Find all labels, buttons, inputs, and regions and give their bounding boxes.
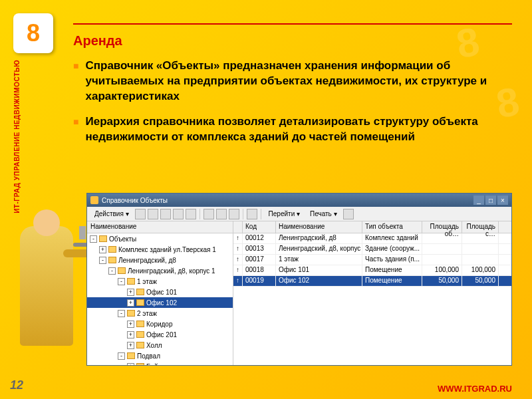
slide-title: Аренда [73, 33, 512, 49]
bullet-text: Справочник «Объекты» предназначен хранен… [85, 59, 512, 104]
grid-row[interactable]: ↑00018Офис 101Помещение100,000100,000 [233, 265, 511, 276]
expander-icon[interactable]: + [127, 289, 134, 296]
tree-item[interactable]: +Холл [87, 340, 233, 350]
menu-actions[interactable]: Действия ▾ [90, 209, 133, 219]
maximize-button[interactable]: □ [485, 196, 496, 205]
grid-row[interactable]: ↑00012Ленинградский, д8Комплекс зданий [233, 233, 511, 244]
grid-cell-area2 [462, 255, 499, 265]
separator [200, 209, 200, 219]
grid-cell-code: 00017 [243, 255, 276, 265]
expander-icon[interactable]: + [99, 246, 106, 253]
toolbar-edit-icon[interactable] [160, 209, 171, 219]
folder-icon [99, 235, 107, 242]
grid-header-area2[interactable]: Площадь с… [462, 221, 499, 233]
grid-cell-code: 00019 [243, 276, 276, 286]
logo-symbol: 8 [27, 19, 40, 47]
tree-item[interactable]: +Комплекс зданий ул.Тверская 1 [87, 244, 233, 255]
grid-cell-area1 [422, 244, 462, 254]
tree-item[interactable]: -1 этаж [87, 276, 233, 287]
menu-print[interactable]: Печать ▾ [306, 209, 341, 219]
grid-cell-area1 [422, 255, 462, 265]
grid-cell-mark: ↑ [233, 276, 243, 286]
tree-label: 1 этаж [137, 278, 157, 285]
grid-cell-code: 00013 [243, 244, 276, 254]
tree-item[interactable]: -2 этаж [87, 308, 233, 319]
folder-icon [136, 289, 144, 295]
tree-item[interactable]: +Коридор [87, 319, 233, 329]
close-button[interactable]: × [497, 196, 508, 205]
grid-header-mark[interactable] [233, 221, 243, 233]
expander-icon[interactable]: + [127, 331, 134, 338]
slide-sidebar: 8 ИТ-ГРАД УПРАВЛЕНИЕ НЕДВИЖИМОСТЬЮ [13, 13, 57, 180]
expander-icon[interactable]: - [118, 278, 125, 285]
bullet-text: Иерархия справочника позволяет детализир… [85, 114, 512, 145]
grid-cell-area1 [422, 233, 462, 243]
bullet-item: Иерархия справочника позволяет детализир… [73, 114, 512, 145]
grid-header-type[interactable]: Тип объекта [362, 221, 422, 233]
separator [243, 209, 243, 219]
expander-icon[interactable]: - [118, 352, 125, 360]
folder-icon [108, 257, 116, 263]
toolbar-hierarchy-icon[interactable] [203, 209, 214, 219]
grid-cell-name: Офис 102 [276, 276, 362, 286]
titlebar[interactable]: Справочник Объекты _ □ × [87, 194, 511, 207]
expander-icon[interactable]: - [99, 257, 106, 264]
grid-pane[interactable]: Код Наименование Тип объекта Площадь об…… [233, 221, 511, 365]
folder-icon [136, 342, 144, 348]
expander-icon[interactable]: + [127, 363, 134, 366]
folder-icon [108, 246, 116, 253]
grid-header-code[interactable]: Код [243, 221, 276, 233]
separator [261, 209, 261, 219]
grid-row[interactable]: ↑00013Ленинградский, д8, корпус 1Здание … [233, 244, 511, 255]
minimize-button[interactable]: _ [473, 196, 484, 205]
tree-item[interactable]: -Подвал [87, 350, 233, 361]
tree-item[interactable]: -Ленинградский, д8 [87, 255, 233, 265]
tree-item[interactable]: +Офис 102 [87, 297, 233, 308]
grid-cell-name: 1 этаж [276, 255, 362, 265]
grid-row[interactable]: ↑000171 этажЧасть здания (п... [233, 255, 511, 265]
grid-cell-area1: 100,000 [422, 265, 462, 275]
grid-cell-type: Помещение [362, 276, 422, 286]
folder-icon [127, 278, 135, 285]
logo-icon: 8 [13, 13, 53, 53]
grid-header-name[interactable]: Наименование [276, 221, 362, 233]
expander-icon[interactable]: + [127, 321, 134, 328]
toolbar-add-icon[interactable] [135, 209, 146, 219]
tree-item[interactable]: +Бойлерная [87, 361, 233, 365]
grid-cell-area2: 100,000 [462, 265, 499, 275]
folder-icon [136, 363, 144, 365]
tree-label: 2 этаж [137, 310, 157, 317]
expander-icon[interactable]: + [127, 342, 134, 349]
tree-item[interactable]: +Офис 101 [87, 287, 233, 297]
grid-cell-area2: 50,000 [462, 276, 499, 286]
grid-header-area1[interactable]: Площадь об… [422, 221, 462, 233]
toolbar-copy-icon[interactable] [173, 209, 184, 219]
toolbar-delete-icon[interactable] [186, 209, 196, 219]
tree-pane[interactable]: Наименование -Объекты+Комплекс зданий ул… [87, 221, 233, 365]
toolbar-folder-icon[interactable] [148, 209, 158, 219]
folder-icon [127, 310, 135, 317]
footer-url: WWW.ITGRAD.RU [438, 384, 512, 394]
toolbar-help-icon[interactable] [343, 209, 354, 219]
toolbar-tree-icon[interactable] [216, 209, 227, 219]
grid-cell-name: Ленинградский, д8 [276, 233, 362, 243]
grid-row[interactable]: ↑00019Офис 102Помещение50,00050,000 [233, 276, 511, 287]
mascot-illustration [7, 226, 86, 372]
tree-label: Коридор [146, 321, 173, 328]
tree-item[interactable]: -Объекты [87, 233, 233, 244]
grid-header-row: Код Наименование Тип объекта Площадь об…… [233, 221, 511, 233]
toolbar: Действия ▾ Перейти ▾ Печать ▾ [87, 207, 511, 221]
slide-content: Аренда Справочник «Объекты» предназначен… [73, 33, 512, 155]
expander-icon[interactable]: - [90, 235, 97, 243]
toolbar-list-icon[interactable] [229, 209, 239, 219]
grid-cell-mark: ↑ [233, 265, 243, 275]
menu-goto[interactable]: Перейти ▾ [265, 209, 304, 219]
expander-icon[interactable]: - [118, 310, 125, 317]
tree-item[interactable]: -Ленинградский, д8, корпус 1 [87, 265, 233, 276]
toolbar-refresh-icon[interactable] [247, 209, 257, 219]
expander-icon[interactable]: - [108, 267, 116, 275]
tree-label: Ленинградский, д8 [118, 257, 176, 264]
tree-item[interactable]: +Офис 201 [87, 329, 233, 340]
expander-icon[interactable]: + [127, 299, 134, 307]
grid-cell-code: 00018 [243, 265, 276, 275]
